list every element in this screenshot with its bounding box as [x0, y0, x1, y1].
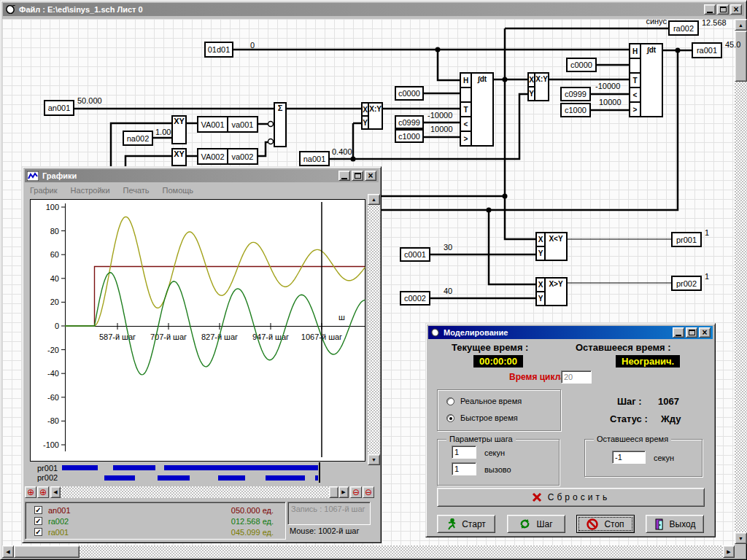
zoom-out-icon[interactable]: ⊖ — [350, 486, 362, 498]
checkbox-an001[interactable]: ✓ — [34, 506, 42, 514]
block-pr002[interactable]: pr002 — [671, 276, 702, 291]
radio-fast-time[interactable]: Быстрое время — [446, 413, 518, 422]
radio-real-time[interactable]: Реальное время — [446, 397, 522, 405]
block-va002[interactable]: VA002 va002 — [197, 148, 258, 165]
block-va001[interactable]: VA001 va001 — [197, 116, 258, 133]
graph-close-button[interactable]: × — [365, 171, 376, 181]
main-close-button[interactable]: × — [730, 4, 742, 15]
block-c0002[interactable]: c0002 — [400, 291, 430, 306]
svg-text:ш: ш — [338, 313, 345, 322]
main-vscroll-thumb[interactable] — [735, 31, 747, 82]
plot-hscroll-thumb[interactable] — [329, 486, 338, 498]
graph-maximize-button[interactable] — [352, 171, 363, 181]
plot-hscroll-right-icon[interactable]: ▶ — [338, 486, 349, 498]
block-compare-lt[interactable]: X Y X<Y — [535, 232, 568, 261]
block-integrator-2[interactable]: H T < > ∫dt — [629, 43, 663, 117]
svg-text:-100: -100 — [43, 440, 59, 449]
value-c0999-1: -10000 — [427, 111, 452, 120]
zoom-in-x-icon[interactable]: ⊕ — [37, 486, 49, 498]
block-ra002[interactable]: ra002 — [668, 20, 699, 36]
main-vscrollbar[interactable] — [735, 19, 747, 544]
simulation-titlebar[interactable]: Моделирование × — [428, 326, 713, 339]
block-c0001[interactable]: c0001 — [400, 247, 430, 262]
step-button[interactable]: Шаг — [507, 515, 565, 533]
step-calls-input[interactable]: 1 — [452, 462, 476, 475]
main-hscroll-thumb[interactable] — [14, 545, 80, 558]
checkbox-ra001[interactable]: ✓ — [34, 528, 42, 536]
block-divide-2[interactable]: X Y X:Y — [527, 72, 549, 101]
main-hscroll-left-icon[interactable]: ◀ — [2, 545, 14, 558]
main-hscroll-right-icon[interactable]: ▶ — [723, 545, 735, 558]
graph-minimize-button[interactable] — [338, 171, 350, 181]
plot-hscroll-left-icon[interactable]: ◀ — [50, 486, 61, 498]
graph-titlebar[interactable]: Графики × — [25, 169, 379, 182]
block-multiply-2[interactable]: XY — [171, 148, 187, 166]
plot-hscrollbar[interactable] — [50, 486, 349, 498]
menu-help[interactable]: Помощь — [163, 186, 194, 195]
zoom-out-x-icon[interactable]: ⊖ — [363, 486, 374, 498]
block-ra001[interactable]: ra001 — [692, 42, 722, 58]
block-compare-gt[interactable]: X Y X>Y — [535, 277, 568, 306]
remaining-seconds-input[interactable]: -1 — [612, 451, 646, 464]
block-pr001[interactable]: pr001 — [671, 232, 702, 247]
block-01d01[interactable]: 01d01 — [204, 42, 233, 58]
cycle-time-input[interactable]: 20 — [561, 370, 592, 384]
block-c1000-1[interactable]: c1000 — [395, 129, 424, 143]
step-seconds-input[interactable]: 1 — [452, 446, 476, 459]
svg-text:60: 60 — [50, 250, 59, 259]
svg-text:0: 0 — [55, 322, 59, 330]
checkbox-ra002[interactable]: ✓ — [34, 517, 42, 525]
plot-vscroll-down-icon[interactable]: ▼ — [368, 454, 380, 465]
block-an001[interactable]: an001 — [44, 100, 74, 116]
main-minimize-button[interactable] — [704, 4, 716, 15]
chart-icon — [27, 171, 39, 181]
red-x-icon — [532, 492, 542, 502]
zoom-in-icon[interactable]: ⊕ — [25, 486, 36, 498]
main-vscroll-down-icon[interactable]: ▼ — [735, 532, 747, 544]
radio-real-time-icon[interactable] — [446, 397, 454, 405]
block-na001[interactable]: na001 — [299, 151, 330, 166]
svg-text:80: 80 — [50, 227, 59, 236]
value-pr002: 1 — [705, 272, 709, 281]
current-time-value: 00:00:00 — [473, 355, 523, 368]
dialog-mouse-icon — [430, 328, 440, 337]
reset-button[interactable]: Сбросить — [437, 488, 705, 507]
value-ra001: 45.0 — [725, 40, 740, 49]
main-titlebar[interactable]: Файл : E:\ed\sinys_1.sch Лист 0 × — [3, 3, 744, 16]
block-na002[interactable]: na002 — [123, 131, 153, 146]
block-integrator-1[interactable]: H T < > ∫dt — [460, 72, 494, 147]
plot-vscrollbar[interactable] — [368, 194, 380, 465]
main-vscroll-up-icon[interactable]: ▲ — [735, 19, 747, 31]
block-sum[interactable]: Σ — [274, 102, 287, 147]
main-hscrollbar[interactable] — [2, 545, 735, 558]
value-c1000-1: 10000 — [430, 125, 453, 133]
exit-button[interactable]: Выход — [646, 515, 704, 533]
block-c0999-1[interactable]: c0999 — [395, 115, 424, 129]
time-mode-group — [437, 389, 561, 431]
stop-button[interactable]: Стоп — [576, 515, 635, 533]
step-counter-label: Шаг : — [617, 396, 642, 407]
main-maximize-button[interactable] — [717, 4, 729, 15]
bar-pr001 — [62, 465, 318, 470]
block-c0000-1[interactable]: c0000 — [395, 86, 424, 101]
exit-door-icon — [654, 518, 664, 530]
dialog-minimize-button[interactable] — [673, 327, 684, 338]
value-c0001: 30 — [444, 243, 452, 252]
block-c1000-2[interactable]: c1000 — [560, 103, 591, 117]
menu-graph[interactable]: График — [30, 186, 58, 195]
legend-row-ra001: ✓ ra001 045.099 ед. — [30, 526, 281, 537]
menu-settings[interactable]: Настройки — [71, 186, 110, 195]
dialog-close-button[interactable]: × — [699, 327, 711, 338]
block-c0999-2[interactable]: c0999 — [560, 87, 591, 101]
block-multiply-1[interactable]: XY — [171, 115, 187, 144]
start-button[interactable]: Старт — [437, 515, 495, 533]
menu-print[interactable]: Печать — [123, 186, 150, 195]
block-divide-1[interactable]: X Y X:Y — [361, 102, 383, 130]
desktop: { "main_window": { "title": "Файл : E:\\… — [0, 0, 747, 560]
radio-fast-time-icon[interactable] — [446, 414, 454, 422]
block-c0000-2[interactable]: c0000 — [566, 58, 597, 72]
plot-vscroll-up-icon[interactable]: ▲ — [368, 194, 380, 205]
value-01d01: 0 — [250, 41, 255, 50]
plot-area[interactable]: 100806040200-20-40-60-80-100587-й шаг707… — [25, 196, 368, 467]
dialog-maximize-button[interactable] — [686, 327, 697, 338]
